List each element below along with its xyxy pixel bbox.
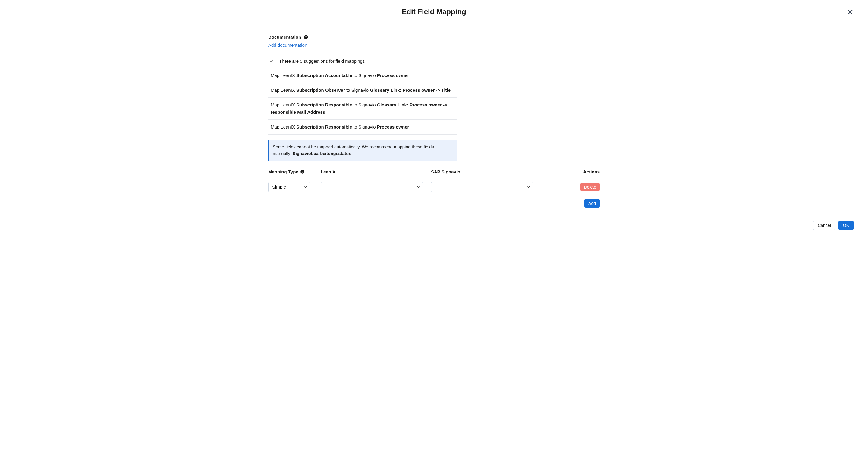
suggestions-block: There are 5 suggestions for field mappin… [268,59,457,161]
suggestion-prefix: Map LeanIX [271,102,296,108]
svg-text:?: ? [302,171,303,173]
close-icon [847,9,854,16]
suggestion-source: Subscription Responsible [296,102,352,108]
dialog-footer: Cancel OK [0,213,868,237]
suggestion-mid: to Signavio [352,73,377,78]
suggestion-mid: to Signavio [352,124,377,129]
chevron-down-icon [269,59,274,64]
leanix-field-select[interactable] [321,182,423,192]
notice-fields: Signaviobearbeitungsstatus [293,151,351,156]
documentation-label: Documentation ? [268,34,308,39]
dialog-header: Edit Field Mapping [0,0,868,22]
suggestion-prefix: Map LeanIX [271,87,296,93]
edit-field-mapping-dialog: Edit Field Mapping Documentation ? Add d… [0,0,868,237]
header-actions: Actions [541,169,600,174]
suggestion-mid: to Signavio [352,102,377,108]
add-row: Add [268,196,600,208]
svg-text:?: ? [305,36,307,39]
manual-mapping-notice: Some fields cannot be mapped automatical… [268,140,457,161]
suggestion-item[interactable]: Map LeanIX Subscription Responsible to S… [268,120,457,135]
header-mapping-type-text: Mapping Type [268,169,299,174]
add-button[interactable]: Add [584,199,600,208]
cancel-button[interactable]: Cancel [813,221,835,230]
add-documentation-link[interactable]: Add documentation [268,42,307,48]
suggestion-item[interactable]: Map LeanIX Subscription Observer to Sign… [268,83,457,98]
suggestion-prefix: Map LeanIX [271,73,296,78]
delete-button[interactable]: Delete [581,183,600,191]
documentation-label-text: Documentation [268,34,301,39]
header-mapping-type: Mapping Type ? [268,169,315,174]
signavio-field-select[interactable] [431,182,533,192]
suggestion-item[interactable]: Map LeanIX Subscription Accountable to S… [268,68,457,83]
header-leanix: LeanIX [321,169,426,174]
suggestion-target: Glossary Link: Process owner -> Title [370,87,451,93]
suggestion-target: Process owner [377,73,409,78]
suggestion-mid: to Signavio [345,87,370,93]
suggestion-source: Subscription Responsible [296,124,352,129]
dialog-content: Documentation ? Add documentation There … [268,22,600,213]
suggestion-target: Process owner [377,124,409,129]
close-button[interactable] [847,9,854,16]
documentation-section: Documentation ? Add documentation [268,34,600,48]
suggestion-source: Subscription Accountable [296,73,352,78]
ok-button[interactable]: OK [838,221,854,230]
suggestion-item[interactable]: Map LeanIX Subscription Responsible to S… [268,98,457,120]
mapping-table: Mapping Type ? LeanIX SAP Signavio Actio… [268,169,600,208]
help-icon[interactable]: ? [300,170,305,174]
suggestions-header-text: There are 5 suggestions for field mappin… [279,59,365,64]
suggestions-toggle[interactable]: There are 5 suggestions for field mappin… [268,59,457,68]
table-header: Mapping Type ? LeanIX SAP Signavio Actio… [268,169,600,178]
suggestion-prefix: Map LeanIX [271,124,296,129]
help-icon[interactable]: ? [304,35,308,39]
header-signavio: SAP Signavio [431,169,536,174]
suggestion-source: Subscription Observer [296,87,345,93]
table-row: Simple [268,178,600,196]
mapping-type-select[interactable]: Simple [268,182,310,192]
dialog-title: Edit Field Mapping [0,7,868,16]
